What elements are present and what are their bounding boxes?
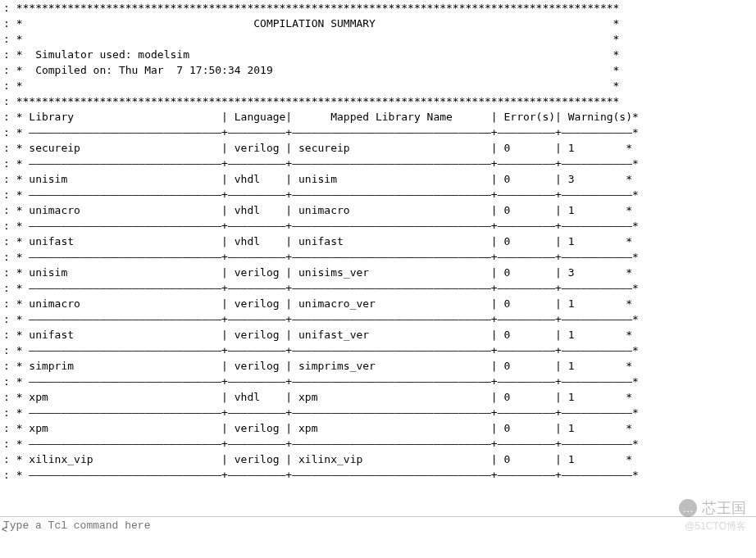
tcl-command-input[interactable] [0, 518, 756, 533]
log-text: : **************************************… [3, 0, 753, 483]
tcl-command-bar [0, 516, 756, 534]
scroll-left-indicator: < [2, 524, 7, 535]
compilation-log: : **************************************… [0, 0, 756, 516]
